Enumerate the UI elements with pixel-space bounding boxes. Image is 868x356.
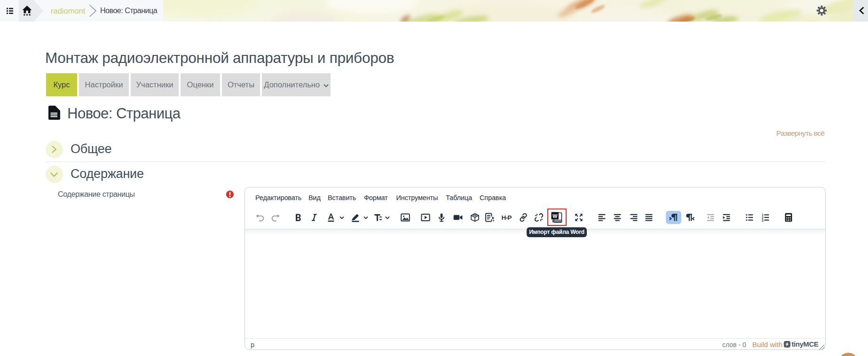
svg-text:H-P: H-P [502,214,512,221]
svg-text:3: 3 [762,219,764,222]
